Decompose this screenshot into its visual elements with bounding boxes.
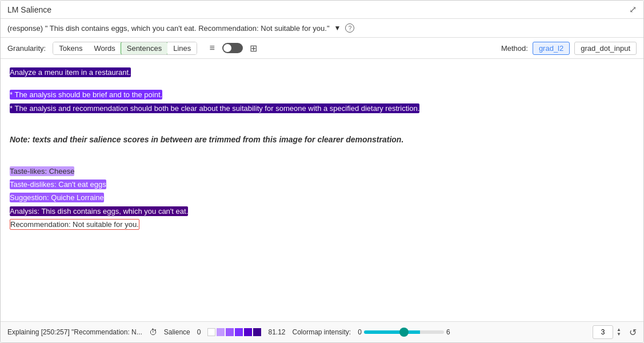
salience-min: 0 [197, 328, 201, 336]
blank-line-2 [10, 115, 634, 124]
colormap-slider[interactable] [364, 330, 444, 334]
response-text: (response) " This dish contains eggs, wh… [7, 24, 330, 33]
line-3: * The analysis and recommendation should… [10, 102, 634, 115]
window-title: LM Salience [7, 5, 51, 14]
salience-scale [207, 328, 261, 336]
granularity-label: Granularity: [7, 44, 46, 53]
granularity-tabs: Tokens Words Sentences Lines [53, 42, 197, 55]
method-label: Method: [501, 44, 528, 53]
suggestion-line: Suggestion: Quiche Lorraine [10, 191, 634, 204]
toggle-knob [223, 44, 231, 52]
list-icon[interactable]: ≡ [205, 41, 219, 55]
swatch-3 [235, 328, 243, 336]
colormap-max: 6 [446, 328, 450, 336]
clock-icon: ⏱ [149, 328, 157, 337]
swatch-0 [207, 328, 215, 336]
highlight-taste-dislikes[interactable]: Taste-dislikes: Can't eat eggs [10, 180, 106, 189]
highlight-analysis-recommendation[interactable]: * The analysis and recommendation should… [10, 103, 419, 113]
title-bar: LM Salience ⤢ [1, 1, 643, 19]
stepper-container: ▲ ▼ [593, 325, 622, 339]
explaining-text: Explaining [250:257] "Recommendation: N.… [7, 328, 142, 336]
grid-icon[interactable]: ⊞ [246, 41, 260, 55]
lm-salience-window: LM Salience ⤢ (response) " This dish con… [0, 0, 644, 343]
tab-lines[interactable]: Lines [167, 42, 197, 54]
text-block: Analyze a menu item in a restaurant. * T… [10, 66, 634, 232]
stepper-arrows: ▲ ▼ [615, 328, 622, 337]
recommendation-line: Recommendation: Not suitable for you. [10, 218, 634, 231]
stepper-down-icon[interactable]: ▼ [615, 332, 622, 337]
highlight-taste-likes[interactable]: Taste-likes: Cheese [10, 166, 74, 176]
line-2: * The analysis should be brief and to th… [10, 88, 634, 101]
swatch-4 [244, 328, 252, 336]
highlight-analysis-brief[interactable]: * The analysis should be brief and to th… [10, 90, 162, 99]
response-bar: (response) " This dish contains eggs, wh… [1, 19, 643, 38]
toolbar-icons: ≡ ⊞ [205, 41, 260, 55]
note-text: Note: texts and their salience scores in… [10, 133, 634, 146]
blank-line-1 [10, 79, 634, 88]
toggle-container[interactable] [222, 43, 243, 53]
swatch-1 [217, 328, 225, 336]
analysis-line: Analysis: This dish contains eggs, which… [10, 205, 634, 218]
content-area[interactable]: Analyze a menu item in a restaurant. * T… [1, 59, 643, 321]
tab-words[interactable]: Words [88, 42, 121, 54]
highlight-suggestion[interactable]: Suggestion: Quiche Lorraine [10, 193, 104, 202]
method-grad-dot-input[interactable]: grad_dot_input [574, 42, 637, 55]
highlight-recommendation[interactable]: Recommendation: Not suitable for you. [10, 219, 139, 230]
line-1: Analyze a menu item in a restaurant. [10, 66, 634, 79]
colormap-min: 0 [358, 328, 362, 336]
response-dropdown-icon[interactable]: ▼ [334, 24, 341, 32]
tab-sentences[interactable]: Sentences [121, 42, 168, 55]
method-grad-l2[interactable]: grad_l2 [533, 42, 570, 55]
refresh-icon[interactable]: ↺ [629, 327, 637, 338]
tab-tokens[interactable]: Tokens [53, 42, 88, 54]
taste-likes-line: Taste-likes: Cheese [10, 165, 634, 178]
colormap-label: Colormap intensity: [292, 328, 351, 336]
help-icon[interactable]: ? [345, 23, 354, 33]
blank-line-3 [10, 155, 634, 165]
bottom-bar: Explaining [250:257] "Recommendation: N.… [1, 321, 643, 342]
swatch-2 [226, 328, 234, 336]
method-section: Method: grad_l2 grad_dot_input [501, 42, 637, 55]
swatch-5 [253, 328, 261, 336]
taste-dislikes-line: Taste-dislikes: Can't eat eggs [10, 178, 634, 191]
colormap-slider-container: 0 6 [358, 328, 450, 336]
highlight-bos-analyze[interactable]: Analyze a menu item in a restaurant. [10, 67, 131, 77]
salience-max: 81.12 [268, 328, 285, 336]
stepper-input[interactable] [593, 325, 613, 339]
toggle[interactable] [222, 43, 243, 53]
expand-icon[interactable]: ⤢ [629, 4, 637, 15]
highlight-analysis[interactable]: Analysis: This dish contains eggs, which… [10, 206, 188, 216]
toolbar: Granularity: Tokens Words Sentences Line… [1, 38, 643, 59]
salience-label: Salience [164, 328, 190, 336]
